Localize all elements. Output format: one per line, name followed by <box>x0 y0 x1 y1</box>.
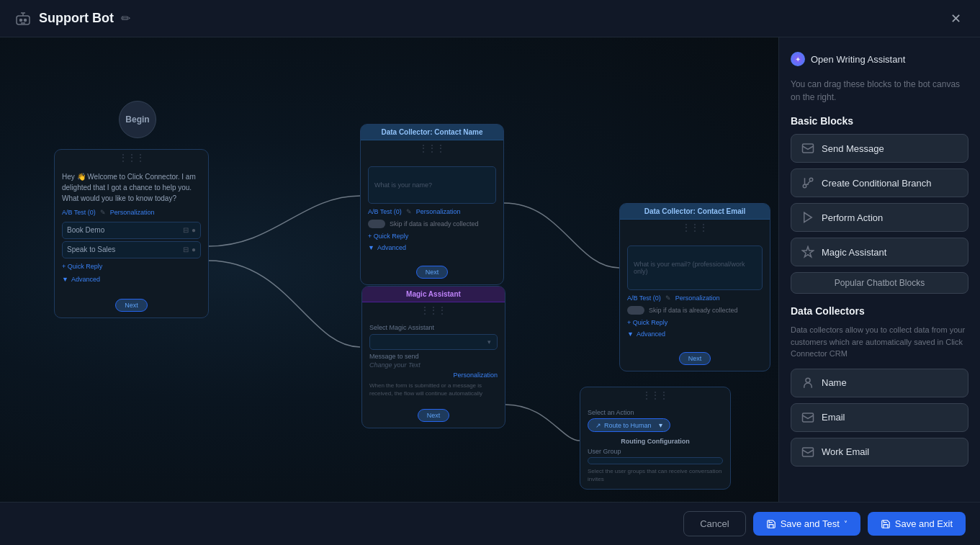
welcome-advanced-toggle[interactable]: ▼ Advanced <box>62 272 201 287</box>
popular-chatbot-blocks-button[interactable]: Popular Chatbot Blocks <box>791 272 968 294</box>
block-create-conditional-branch[interactable]: Create Conditional Branch <box>791 168 968 197</box>
writing-assistant-icon: ✦ <box>791 52 805 66</box>
welcome-ab-test-link[interactable]: A/B Test (0) <box>62 208 96 217</box>
welcome-node[interactable]: ⋮⋮⋮ Hey 👋 Welcome to Click Connector. I … <box>54 149 209 318</box>
contact-name-skip-row: Skip if data is already collected <box>368 220 496 228</box>
cancel-button[interactable]: Cancel <box>683 511 745 536</box>
contact-name-drag[interactable]: ⋮⋮⋮ <box>361 140 503 156</box>
contact-name-next-btn[interactable]: Next <box>416 266 449 279</box>
magic-assistant-icon <box>801 246 814 258</box>
block-send-message[interactable]: Send Message <box>791 134 968 163</box>
user-group-select-mock[interactable] <box>588 457 723 464</box>
bot-icon <box>14 10 32 27</box>
routing-section: Routing Configuration User Group Select … <box>588 438 723 483</box>
contact-email-input-mock: What is your email? (professional/work o… <box>627 246 763 290</box>
contact-email-ab-link[interactable]: A/B Test (0) <box>627 294 661 302</box>
block-perform-action[interactable]: Perform Action <box>791 203 968 232</box>
contact-name-ab-row: A/B Test (0) ✎ Personalization <box>368 208 496 215</box>
contact-name-add-quick-reply[interactable]: + Quick Reply <box>368 231 496 241</box>
welcome-next-area: Next <box>55 293 208 317</box>
contact-name-header: Data Collector: Contact Name <box>361 125 503 140</box>
begin-node: Begin <box>119 101 156 138</box>
welcome-quick-reply-1[interactable]: Book Demo ⊟● <box>62 222 201 239</box>
save-test-chevron[interactable]: ˅ <box>844 520 848 528</box>
magic-drag[interactable]: ⋮⋮⋮ <box>362 302 505 318</box>
basic-blocks-title: Basic Blocks <box>791 115 968 127</box>
welcome-node-body: Hey 👋 Welcome to Click Connector. I am d… <box>55 166 208 293</box>
dc-email[interactable]: Email <box>791 403 968 432</box>
contact-name-advanced[interactable]: ▼ Advanced <box>368 241 496 254</box>
perform-action-icon <box>801 211 814 224</box>
work-email-icon <box>801 446 814 459</box>
magic-node[interactable]: Magic Assistant ⋮⋮⋮ Select Magic Assista… <box>361 286 505 428</box>
header-left: Support Bot ✏ <box>14 10 130 27</box>
save-and-exit-button[interactable]: Save and Exit <box>868 512 966 536</box>
route-action-label: Select an Action <box>588 409 723 416</box>
magic-node-header: Magic Assistant <box>362 287 505 302</box>
routing-title: Routing Configuration <box>588 438 723 445</box>
magic-message-placeholder: Change your Text <box>369 361 498 369</box>
contact-name-toggle[interactable] <box>368 220 385 228</box>
contact-email-node[interactable]: Data Collector: Contact Email ⋮⋮⋮ What i… <box>619 203 770 371</box>
block-magic-assistant[interactable]: Magic Assistant <box>791 238 968 266</box>
page-title: Support Bot <box>39 11 114 26</box>
footer: Cancel Save and Test ˅ Save and Exit <box>0 502 980 545</box>
right-sidebar: ✦ Open Writing Assistant You can drag th… <box>778 37 980 502</box>
branch-icon <box>801 176 814 189</box>
route-badge: ↗ Route to Human ▾ <box>588 418 670 432</box>
canvas-area: Begin ⋮⋮⋮ Hey 👋 Welcome to Click Connect… <box>0 37 778 502</box>
route-node[interactable]: ⋮⋮⋮ Select an Action ↗ Route to Human ▾ … <box>580 387 731 490</box>
contact-name-node[interactable]: Data Collector: Contact Name ⋮⋮⋮ What is… <box>360 124 504 285</box>
user-group-label: User Group <box>588 448 723 455</box>
contact-email-advanced[interactable]: ▼ Advanced <box>627 328 763 341</box>
magic-select-mock[interactable]: ▾ <box>369 334 498 350</box>
save-and-test-button[interactable]: Save and Test ˅ <box>753 512 860 536</box>
writing-assistant-button[interactable]: ✦ Open Writing Assistant <box>791 49 905 69</box>
svg-rect-7 <box>803 448 814 456</box>
route-drag[interactable]: ⋮⋮⋮ <box>580 387 730 403</box>
svg-point-2 <box>24 19 27 21</box>
dc-work-email[interactable]: Work Email <box>791 438 968 467</box>
drag-handle[interactable]: ⋮⋮⋮ <box>55 150 208 166</box>
dc-name[interactable]: Name <box>791 369 968 397</box>
welcome-quick-reply-2[interactable]: Speak to Sales ⊟● <box>62 241 201 258</box>
contact-email-body: What is your email? (professional/work o… <box>620 235 770 346</box>
save-test-icon <box>766 519 776 529</box>
contact-email-ab-row: A/B Test (0) ✎ Personalization <box>627 294 763 302</box>
email-icon <box>801 411 814 424</box>
magic-select-label: Select Magic Assistant <box>369 324 498 331</box>
welcome-personalization-link[interactable]: Personalization <box>110 208 155 217</box>
contact-email-next-btn[interactable]: Next <box>679 352 711 365</box>
contact-name-input-mock: What is your name? <box>368 166 496 204</box>
magic-message-label: Message to send <box>369 353 498 360</box>
save-exit-icon <box>881 519 891 529</box>
contact-email-toggle[interactable] <box>627 306 644 315</box>
header: Support Bot ✏ ✕ <box>0 0 980 37</box>
contact-email-drag[interactable]: ⋮⋮⋮ <box>620 220 770 235</box>
contact-email-header: Data Collector: Contact Email <box>620 204 770 220</box>
svg-marker-4 <box>804 212 812 222</box>
magic-personalization[interactable]: Personalization <box>453 371 498 379</box>
contact-email-personalization[interactable]: Personalization <box>675 294 720 302</box>
welcome-add-quick-reply[interactable]: + Quick Reply <box>62 261 201 273</box>
contact-name-body: What is your name? A/B Test (0) ✎ Person… <box>361 156 503 260</box>
magic-next-btn[interactable]: Next <box>418 409 450 422</box>
svg-point-1 <box>20 19 22 21</box>
edit-icon[interactable]: ✏ <box>121 12 130 25</box>
user-group-desc: Select the user groups that can receive … <box>588 467 723 483</box>
welcome-ab-test-row: A/B Test (0) ✎ Personalization <box>62 208 201 217</box>
contact-name-ab-link[interactable]: A/B Test (0) <box>368 208 402 215</box>
magic-node-body: Select Magic Assistant ▾ Message to send… <box>362 318 505 403</box>
contact-name-personalization[interactable]: Personalization <box>416 208 461 215</box>
svg-rect-3 <box>803 144 814 153</box>
send-message-icon <box>801 142 814 155</box>
close-button[interactable]: ✕ <box>945 9 966 29</box>
welcome-next-btn[interactable]: Next <box>115 299 148 312</box>
contact-email-add-quick-reply[interactable]: + Quick Reply <box>627 317 763 328</box>
data-collectors-title: Data Collectors <box>791 305 968 317</box>
data-collectors-description: Data collectors allow you to collect dat… <box>791 324 968 360</box>
welcome-message-text: Hey 👋 Welcome to Click Connector. I am d… <box>62 171 201 204</box>
svg-point-5 <box>806 378 810 382</box>
person-icon <box>801 377 814 389</box>
svg-rect-6 <box>803 413 814 422</box>
